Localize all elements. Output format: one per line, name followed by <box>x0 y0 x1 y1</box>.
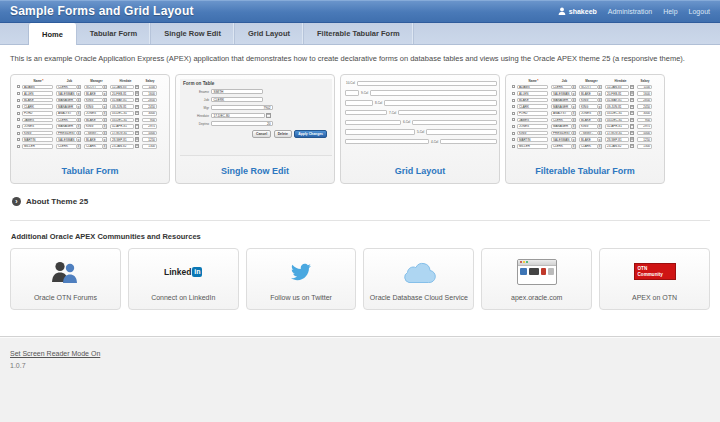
job-select[interactable]: PRESIDENT <box>551 131 572 136</box>
hiredate-input[interactable]: 17-NOV-81 <box>110 131 134 136</box>
row-checkbox[interactable] <box>512 85 515 88</box>
select-arrow-icon[interactable]: ▾ <box>77 91 81 96</box>
tab-filterable-tabular-form[interactable]: Filterable Tabular Form <box>304 23 414 44</box>
salary-input[interactable]: 3000 <box>637 111 652 116</box>
calendar-icon[interactable] <box>135 124 139 128</box>
manager-select[interactable]: - Select - <box>579 131 598 136</box>
salary-input[interactable]: 2850 <box>637 98 652 103</box>
select-arrow-icon[interactable]: ▾ <box>77 104 81 109</box>
job-select[interactable]: MANAGER <box>56 124 77 129</box>
grid-layout-link[interactable]: Grid Layout <box>341 166 499 176</box>
row-checkbox[interactable] <box>17 145 20 148</box>
job-select[interactable]: SALESMAN <box>56 137 77 142</box>
hiredate-input[interactable]: 28-SEP-81 <box>110 137 134 142</box>
hiredate-input[interactable]: 09-JUN-81 <box>605 104 629 109</box>
header-link-help[interactable]: Help <box>663 8 677 15</box>
select-arrow-icon[interactable]: ▾ <box>77 85 81 90</box>
select-arrow-icon[interactable]: ▾ <box>77 118 81 123</box>
name-input[interactable]: MARTIN <box>517 137 548 142</box>
select-arrow-icon[interactable]: ▾ <box>103 85 107 90</box>
calendar-icon[interactable] <box>266 113 271 118</box>
delete-button[interactable]: Delete <box>274 130 292 138</box>
hiredate-field[interactable]: 17-DEC-80 <box>211 113 265 118</box>
select-arrow-icon[interactable]: ▾ <box>77 98 81 103</box>
manager-select[interactable]: CLARK <box>84 144 103 149</box>
job-select[interactable]: ANALYST <box>56 111 77 116</box>
apply-changes-button[interactable]: Apply Changes <box>294 130 327 138</box>
tab-grid-layout[interactable]: Grid Layout <box>235 23 304 44</box>
job-select[interactable]: CLERK <box>56 118 77 123</box>
manager-select[interactable]: KING <box>579 104 598 109</box>
select-arrow-icon[interactable]: ▾ <box>103 137 107 142</box>
grid-input[interactable] <box>345 120 401 125</box>
name-input[interactable]: MILLER <box>22 144 53 149</box>
name-input[interactable]: CLARK <box>517 104 548 109</box>
manager-select[interactable]: SCOTT <box>579 85 598 90</box>
header-link-administration[interactable]: Administration <box>608 8 652 15</box>
salary-input[interactable]: 1250 <box>637 137 652 142</box>
salary-input[interactable]: 1300 <box>637 144 652 149</box>
manager-select[interactable]: KING <box>84 104 103 109</box>
resource-card-oracle-database-cloud-service[interactable]: Oracle Database Cloud Service <box>363 248 474 310</box>
name-input[interactable]: BLAKE <box>22 98 53 103</box>
mgr-field[interactable]: 7902 <box>211 105 273 110</box>
grid-input[interactable] <box>384 100 497 105</box>
grid-input[interactable] <box>345 139 429 144</box>
salary-input[interactable]: 1300 <box>142 144 157 149</box>
single-row-edit-link[interactable]: Single Row Edit <box>176 166 334 176</box>
name-input[interactable]: MARTIN <box>22 137 53 142</box>
select-arrow-icon[interactable]: ▾ <box>103 124 107 129</box>
select-arrow-icon[interactable]: ▾ <box>572 91 576 96</box>
row-checkbox[interactable] <box>512 92 515 95</box>
about-theme-toggle[interactable]: › About Theme 25 <box>12 197 710 206</box>
job-select[interactable]: SALESMAN <box>56 91 77 96</box>
calendar-icon[interactable] <box>135 118 139 122</box>
name-input[interactable]: JAMES <box>22 118 53 123</box>
salary-input[interactable]: 1100 <box>637 85 652 90</box>
calendar-icon[interactable] <box>135 111 139 115</box>
hiredate-input[interactable]: 23-JAN-82 <box>605 144 629 149</box>
grid-layout-card[interactable]: 10-Col9-Col8-Col7-Col6-Col5-Col4-Col Gri… <box>340 74 500 184</box>
screen-reader-mode-link[interactable]: Set Screen Reader Mode On <box>10 350 100 357</box>
row-checkbox[interactable] <box>17 92 20 95</box>
row-checkbox[interactable] <box>17 125 20 128</box>
select-arrow-icon[interactable]: ▾ <box>103 91 107 96</box>
single-row-edit-card[interactable]: Form on Table EnameSMITHJobCLERKMgr7902H… <box>175 74 335 184</box>
calendar-icon[interactable] <box>630 85 634 89</box>
grid-input[interactable] <box>345 100 373 105</box>
select-arrow-icon[interactable]: ▾ <box>598 131 602 136</box>
manager-select[interactable]: BLAKE <box>84 137 103 142</box>
select-arrow-icon[interactable]: ▾ <box>572 118 576 123</box>
hiredate-input[interactable]: 03-DEC-81 <box>605 111 629 116</box>
hiredate-input[interactable]: 20-FEB-81 <box>605 91 629 96</box>
select-arrow-icon[interactable]: ▾ <box>598 124 602 129</box>
grid-input[interactable] <box>426 129 497 134</box>
tab-tabular-form[interactable]: Tabular Form <box>77 23 151 44</box>
manager-select[interactable]: SCOTT <box>84 85 103 90</box>
select-arrow-icon[interactable]: ▾ <box>598 118 602 123</box>
select-arrow-icon[interactable]: ▾ <box>103 144 107 149</box>
grid-input[interactable] <box>398 110 497 115</box>
grid-input[interactable] <box>345 90 359 95</box>
name-input[interactable]: ALLEN <box>517 91 548 96</box>
salary-input[interactable]: 3000 <box>142 111 157 116</box>
manager-select[interactable]: BLAKE <box>84 91 103 96</box>
filterable-tabular-form-card[interactable]: Name*JobManagerHiredateSalaryADAMSCLERK▾… <box>505 74 665 184</box>
calendar-icon[interactable] <box>135 91 139 95</box>
select-arrow-icon[interactable]: ▾ <box>598 104 602 109</box>
ename-field[interactable]: SMITH <box>211 89 263 94</box>
tab-home[interactable]: Home <box>28 23 77 45</box>
select-arrow-icon[interactable]: ▾ <box>598 144 602 149</box>
job-select[interactable]: MANAGER <box>56 98 77 103</box>
tabular-form-link[interactable]: Tabular Form <box>11 166 169 176</box>
job-select[interactable]: CLERK <box>551 144 572 149</box>
grid-input[interactable] <box>357 81 497 86</box>
resource-card-connect-on-linkedin[interactable]: LinkedinConnect on LinkedIn <box>128 248 239 310</box>
resource-card-follow-us-on-twitter[interactable]: Follow us on Twitter <box>246 248 357 310</box>
job-select[interactable]: CLERK <box>56 144 77 149</box>
name-input[interactable]: FORD <box>22 111 53 116</box>
job-select[interactable]: ANALYST <box>551 111 572 116</box>
deptno-field[interactable]: 20 <box>211 121 273 126</box>
select-arrow-icon[interactable]: ▾ <box>572 144 576 149</box>
manager-select[interactable]: KING <box>84 124 103 129</box>
